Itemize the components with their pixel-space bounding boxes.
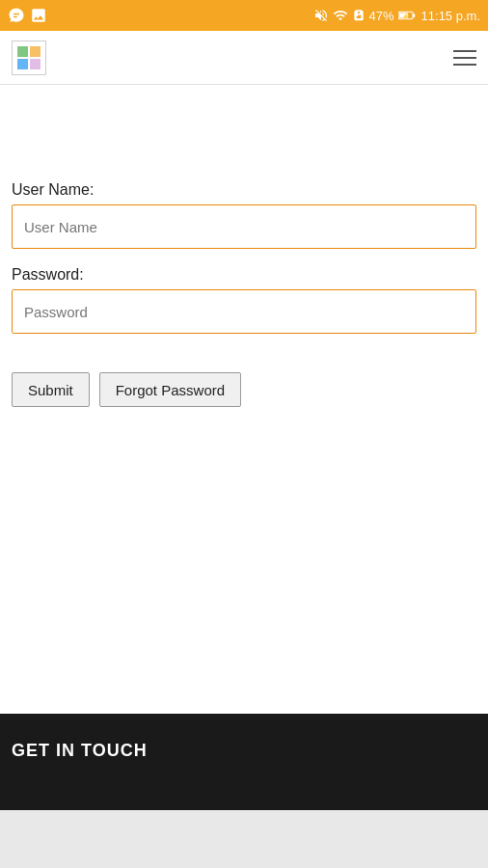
top-nav xyxy=(0,31,488,85)
wifi-icon xyxy=(333,8,348,23)
battery-percent: 47% xyxy=(369,9,394,23)
svg-rect-8 xyxy=(30,59,41,69)
main-content: User Name: Password: Submit Forgot Passw… xyxy=(0,85,488,714)
password-group: Password: xyxy=(12,266,476,334)
username-group: User Name: xyxy=(12,181,476,249)
logo-image xyxy=(15,44,42,71)
svg-rect-5 xyxy=(17,46,28,57)
svg-rect-6 xyxy=(30,46,41,57)
button-row: Submit Forgot Password xyxy=(12,372,476,407)
hamburger-line-1 xyxy=(453,50,476,52)
password-input[interactable] xyxy=(13,290,281,333)
middle-spacer xyxy=(12,407,476,694)
status-icons-right: 47% ⚡ 11:15 p.m. xyxy=(313,8,480,23)
password-wrapper xyxy=(12,289,476,334)
hamburger-menu[interactable] xyxy=(453,50,476,66)
mute-icon xyxy=(313,8,329,23)
svg-rect-2 xyxy=(413,14,415,17)
status-icons-left xyxy=(8,7,47,24)
sim-icon xyxy=(352,9,366,22)
battery-icon: ⚡ xyxy=(398,10,416,21)
forgot-password-button[interactable]: Forgot Password xyxy=(99,372,241,407)
username-input[interactable] xyxy=(12,204,476,249)
hamburger-line-3 xyxy=(453,64,476,66)
svg-text:⚡: ⚡ xyxy=(401,13,409,20)
password-label: Password: xyxy=(12,266,476,284)
below-footer xyxy=(0,810,488,868)
get-in-touch-title: GET IN TOUCH xyxy=(12,741,476,761)
top-spacer xyxy=(12,104,476,181)
username-label: User Name: xyxy=(12,181,476,199)
footer: GET IN TOUCH xyxy=(0,714,488,810)
hamburger-line-2 xyxy=(453,57,476,59)
image-icon xyxy=(30,7,47,24)
app-logo[interactable] xyxy=(12,41,46,75)
status-time: 11:15 p.m. xyxy=(421,9,480,23)
message-icon xyxy=(8,7,25,24)
svg-rect-7 xyxy=(17,59,28,69)
status-bar: 47% ⚡ 11:15 p.m. xyxy=(0,0,488,31)
submit-button[interactable]: Submit xyxy=(12,372,90,407)
